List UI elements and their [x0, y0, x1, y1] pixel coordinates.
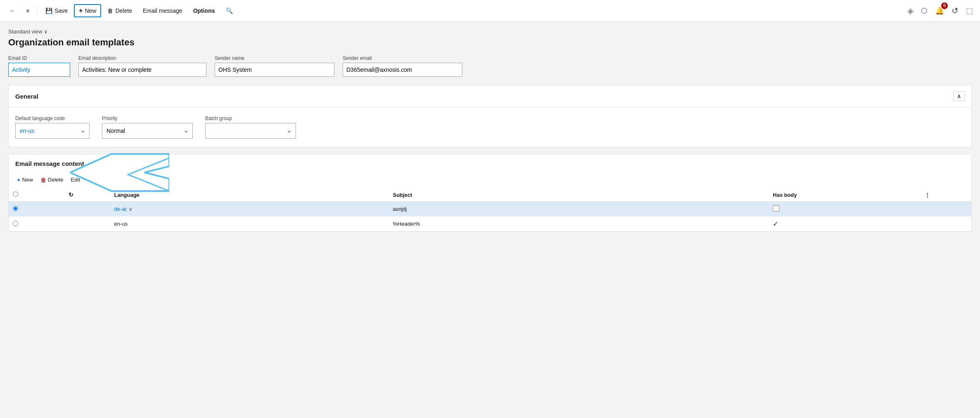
- word-icon: ⬡: [921, 7, 928, 15]
- content-delete-label: Delete: [48, 177, 64, 183]
- default-lang-select[interactable]: en-us de-at: [15, 123, 90, 139]
- content-new-label: New: [22, 177, 33, 183]
- col-subject-header[interactable]: Subject: [389, 188, 769, 202]
- diamond-icon: ◈: [907, 6, 914, 15]
- batch-group-group: Batch group: [205, 116, 296, 139]
- row-has-body-cell: ✓: [769, 217, 921, 231]
- language-value: de-at: [114, 206, 126, 212]
- row-refresh-cell: [64, 217, 110, 231]
- col-radio-header: [9, 188, 64, 202]
- content-edit-button[interactable]: Edit: [67, 175, 83, 184]
- row-more-cell: [921, 217, 971, 231]
- row-refresh-cell: [64, 202, 110, 217]
- row-language-cell[interactable]: en-us: [110, 217, 388, 231]
- has-body-checkbox[interactable]: [773, 205, 779, 212]
- general-section-title: General: [15, 93, 38, 100]
- refresh-button[interactable]: ↺: [949, 4, 961, 18]
- general-section-body: Default language code en-us de-at Priori…: [9, 107, 971, 147]
- external-link-icon: ⬚: [966, 7, 973, 15]
- email-content-title: Email message content: [15, 160, 84, 167]
- sender-email-input[interactable]: [343, 63, 462, 77]
- plus-icon: +: [79, 7, 83, 14]
- notification-badge-count: 0: [941, 2, 948, 9]
- back-icon: ←: [9, 7, 15, 14]
- word-icon-button[interactable]: ⬡: [919, 4, 930, 17]
- menu-icon: ≡: [26, 7, 29, 14]
- new-button[interactable]: + New: [74, 4, 101, 17]
- chevron-down-icon: ∨: [44, 28, 48, 35]
- email-message-button[interactable]: Email message: [138, 5, 187, 17]
- search-icon: 🔍: [226, 7, 233, 14]
- table-header-row: ↻ Language Subject Has body ⋮: [9, 188, 971, 202]
- general-fields: Default language code en-us de-at Priori…: [15, 116, 965, 139]
- batch-group-select-wrapper: [205, 123, 296, 139]
- row-radio-row2[interactable]: [13, 221, 18, 226]
- delete-icon: 🗑: [107, 7, 113, 14]
- content-actions: + New 🗑 Delete Edit: [9, 173, 971, 188]
- sender-email-group: Sender email: [343, 55, 462, 77]
- table-row: de-at ∨ asnjdj: [9, 202, 971, 217]
- sender-name-group: Sender name: [215, 55, 334, 77]
- refresh-col-icon[interactable]: ↻: [69, 191, 73, 198]
- col-language-header[interactable]: Language: [110, 188, 388, 202]
- save-icon: 💾: [45, 7, 52, 14]
- save-button[interactable]: 💾 Save: [41, 5, 72, 17]
- priority-label: Priority: [102, 116, 193, 121]
- plus-icon: +: [17, 176, 21, 183]
- has-body-checkmark: ✓: [773, 220, 778, 227]
- general-collapse-button[interactable]: ∧: [953, 91, 965, 101]
- batch-group-select[interactable]: [205, 123, 296, 139]
- search-button[interactable]: 🔍: [221, 5, 237, 17]
- sender-email-label: Sender email: [343, 55, 462, 61]
- row-more-cell: [921, 202, 971, 217]
- more-options-icon[interactable]: ⋮: [925, 192, 930, 198]
- email-content-table: ↻ Language Subject Has body ⋮ de-at ∨ as…: [9, 188, 971, 231]
- priority-select[interactable]: Normal High Low: [102, 123, 193, 139]
- content-edit-label: Edit: [71, 177, 80, 183]
- row-has-body-cell: [769, 202, 921, 217]
- menu-button[interactable]: ≡: [21, 5, 34, 17]
- external-link-button[interactable]: ⬚: [964, 4, 975, 17]
- default-lang-group: Default language code en-us de-at: [15, 116, 90, 139]
- row-subject-cell: asnjdj: [389, 202, 769, 217]
- col-refresh-header: ↻: [64, 188, 110, 202]
- batch-group-label: Batch group: [205, 116, 296, 121]
- table-body: de-at ∨ asnjdj en-us %Header%✓: [9, 202, 971, 231]
- notification-bell: 🔔 0: [933, 4, 946, 17]
- collapse-icon: ∧: [957, 93, 961, 99]
- general-section-header: General ∧: [9, 85, 971, 107]
- page-title: Organization email templates: [8, 37, 972, 48]
- sender-name-input[interactable]: [215, 63, 334, 77]
- row-radio-row1[interactable]: [13, 206, 18, 211]
- toolbar-divider-1: [37, 6, 38, 16]
- row-subject-cell: %Header%: [389, 217, 769, 231]
- email-id-input[interactable]: [8, 63, 70, 77]
- col-has-body-header[interactable]: Has body: [769, 188, 921, 202]
- default-lang-select-wrapper: en-us de-at: [15, 123, 90, 139]
- view-selector[interactable]: Standard view ∨: [8, 28, 48, 35]
- content-new-button[interactable]: + New: [14, 175, 36, 185]
- trash-icon: 🗑: [40, 177, 46, 183]
- refresh-icon: ↺: [952, 6, 959, 15]
- email-id-group: Email ID: [8, 55, 70, 77]
- default-lang-label: Default language code: [15, 116, 90, 121]
- email-desc-label: Email description: [78, 55, 206, 61]
- row-language-cell[interactable]: de-at ∨: [110, 202, 388, 217]
- email-content-section-wrapper: Email message content + New 🗑 Delete Edi…: [8, 154, 972, 232]
- sender-name-label: Sender name: [215, 55, 334, 61]
- toolbar: ← ≡ 💾 Save + New 🗑 Delete Email message …: [0, 0, 980, 21]
- back-button[interactable]: ←: [5, 5, 20, 17]
- email-desc-input[interactable]: [78, 63, 206, 77]
- content-delete-button[interactable]: 🗑 Delete: [37, 175, 67, 185]
- language-value: en-us: [114, 221, 128, 227]
- form-fields-row: Email ID Email description Sender name S…: [8, 55, 972, 77]
- select-all-radio[interactable]: [13, 191, 18, 197]
- options-button[interactable]: Options: [189, 5, 220, 17]
- email-id-label: Email ID: [8, 55, 70, 61]
- view-label: Standard view: [8, 28, 42, 35]
- toolbar-right: ◈ ⬡ 🔔 0 ↺ ⬚: [905, 4, 975, 18]
- delete-button[interactable]: 🗑 Delete: [103, 5, 136, 17]
- diamond-icon-button[interactable]: ◈: [905, 4, 916, 18]
- main-content: Standard view ∨ Organization email templ…: [0, 21, 980, 418]
- email-desc-group: Email description: [78, 55, 206, 77]
